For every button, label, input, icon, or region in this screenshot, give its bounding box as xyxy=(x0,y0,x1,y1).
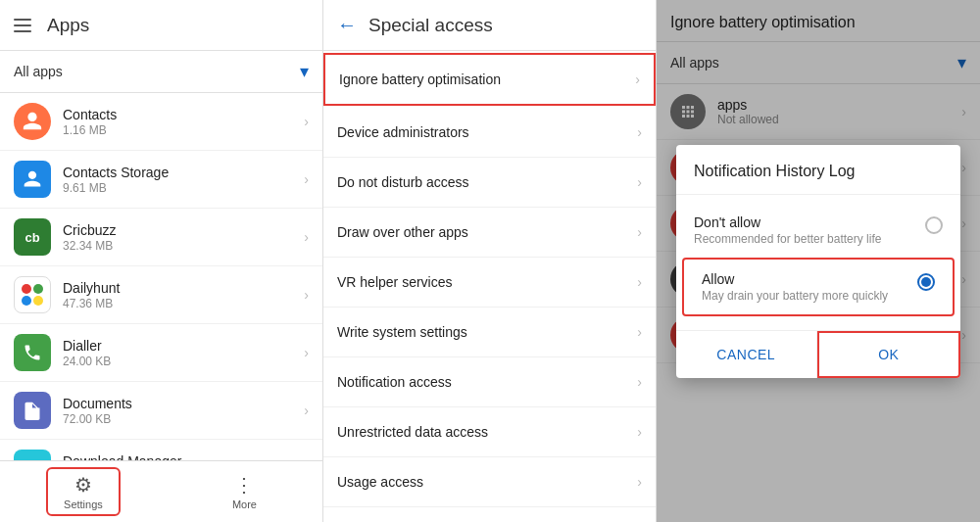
special-item-label: Unrestricted data access xyxy=(337,424,488,440)
app-arrow-icon: › xyxy=(304,229,309,245)
list-item[interactable]: Dailyhunt 47.36 MB › xyxy=(0,266,322,324)
special-item-arrow-icon: › xyxy=(637,124,642,140)
dialog-title: Notification History Log xyxy=(676,145,960,195)
svg-point-0 xyxy=(22,284,31,294)
special-item-notification[interactable]: Notification access › xyxy=(323,357,656,407)
notification-history-dialog: Notification History Log Don't allow Rec… xyxy=(676,145,960,378)
special-item-label: Write system settings xyxy=(337,324,467,340)
app-size: 9.61 MB xyxy=(63,181,304,195)
allow-radio[interactable] xyxy=(917,273,935,291)
special-item-label: Ignore battery optimisation xyxy=(339,71,501,87)
special-item-ignore-battery[interactable]: Ignore battery optimisation › xyxy=(323,53,656,106)
settings-bottom-button[interactable]: ⚙ Settings xyxy=(46,467,121,516)
special-item-arrow-icon: › xyxy=(635,71,640,87)
dont-allow-label: Don't allow xyxy=(694,214,917,230)
special-item-label: Device administrators xyxy=(337,124,469,140)
dropdown-label: All apps xyxy=(14,64,63,79)
app-icon xyxy=(14,450,51,460)
list-item[interactable]: Dialler 24.00 KB › xyxy=(0,324,322,382)
special-item-dnd[interactable]: Do not disturb access › xyxy=(323,158,656,208)
app-name: Contacts Storage xyxy=(63,165,304,180)
settings-icon: ⚙ xyxy=(74,473,92,497)
app-icon xyxy=(14,103,51,140)
allow-option[interactable]: Allow May drain your battery more quickl… xyxy=(682,258,955,316)
radio-inner xyxy=(921,277,931,287)
special-item-arrow-icon: › xyxy=(637,324,642,340)
apps-header: Apps xyxy=(0,0,322,51)
special-item-arrow-icon: › xyxy=(637,424,642,440)
special-item-draw-over[interactable]: Draw over other apps › xyxy=(323,208,656,258)
list-item[interactable]: Contacts 1.16 MB › xyxy=(0,93,322,151)
app-info: Contacts Storage 9.61 MB xyxy=(63,165,304,195)
more-label: More xyxy=(232,498,257,510)
dont-allow-radio[interactable] xyxy=(925,216,943,234)
app-size: 1.16 MB xyxy=(63,123,304,137)
app-info: Cricbuzz 32.34 MB xyxy=(63,222,304,253)
apps-panel: Apps All apps ▾ Contacts 1.16 MB › Conta… xyxy=(0,0,323,522)
allow-info: Allow May drain your battery more quickl… xyxy=(702,271,909,303)
more-bottom-button[interactable]: ⋮ More xyxy=(213,469,276,514)
app-info: Contacts 1.16 MB xyxy=(63,107,304,137)
app-list: Contacts 1.16 MB › Contacts Storage 9.61… xyxy=(0,93,322,460)
app-name: Documents xyxy=(63,396,304,411)
dont-allow-option[interactable]: Don't allow Recommended for better batte… xyxy=(676,203,960,258)
app-size: 24.00 KB xyxy=(63,355,304,368)
app-icon xyxy=(14,276,51,313)
special-item-arrow-icon: › xyxy=(637,374,642,390)
bottom-bar: ⚙ Settings ⋮ More xyxy=(0,460,322,522)
app-name: Dailyhunt xyxy=(63,280,304,296)
dialog-overlay: Notification History Log Don't allow Rec… xyxy=(657,0,980,522)
special-item-write-system[interactable]: Write system settings › xyxy=(323,308,656,357)
special-access-header: ← Special access xyxy=(323,0,656,51)
apps-title: Apps xyxy=(47,15,89,36)
special-item-unrestricted[interactable]: Unrestricted data access › xyxy=(323,407,656,457)
svg-point-3 xyxy=(33,296,43,306)
list-item[interactable]: cb Cricbuzz 32.34 MB › xyxy=(0,209,322,266)
dropdown-arrow-icon: ▾ xyxy=(300,61,309,82)
special-access-panel: ← Special access Ignore battery optimisa… xyxy=(323,0,657,522)
ok-button[interactable]: OK xyxy=(817,331,961,378)
app-arrow-icon: › xyxy=(304,114,309,129)
special-item-device-admin[interactable]: Device administrators › xyxy=(323,108,656,158)
battery-panel: Ignore battery optimisation All apps ▾ a… xyxy=(657,0,980,522)
back-arrow-icon[interactable]: ← xyxy=(337,14,357,36)
allow-label: Allow xyxy=(702,271,909,287)
app-icon xyxy=(14,392,51,429)
app-name: Contacts xyxy=(63,107,304,122)
special-item-label: Do not disturb access xyxy=(337,174,469,190)
list-item[interactable]: Documents 72.00 KB › xyxy=(0,382,322,440)
dont-allow-info: Don't allow Recommended for better batte… xyxy=(694,214,917,246)
svg-point-1 xyxy=(33,284,43,294)
app-arrow-icon: › xyxy=(304,403,309,418)
cancel-button[interactable]: CANCEL xyxy=(676,331,817,378)
special-item-label: Usage access xyxy=(337,474,423,490)
special-item-usage[interactable]: Usage access › xyxy=(323,457,656,507)
special-access-title: Special access xyxy=(368,15,493,36)
special-item-arrow-icon: › xyxy=(637,474,642,490)
app-icon xyxy=(14,161,51,198)
settings-label: Settings xyxy=(64,498,103,510)
special-item-arrow-icon: › xyxy=(637,224,642,240)
dialog-buttons: CANCEL OK xyxy=(676,330,960,378)
hamburger-icon[interactable] xyxy=(14,19,31,32)
special-item-label: Draw over other apps xyxy=(337,224,468,240)
special-item-vr[interactable]: VR helper services › xyxy=(323,258,656,308)
app-name: Download Manager xyxy=(63,453,304,461)
app-info: Download Manager 68.00 KB xyxy=(63,453,304,461)
svg-point-2 xyxy=(22,296,31,306)
allow-sub: May drain your battery more quickly xyxy=(702,289,909,303)
more-icon: ⋮ xyxy=(234,473,254,497)
special-access-list: Ignore battery optimisation › Device adm… xyxy=(323,51,656,522)
app-arrow-icon: › xyxy=(304,345,309,360)
list-item[interactable]: Download Manager 68.00 KB › xyxy=(0,440,322,460)
dont-allow-sub: Recommended for better battery life xyxy=(694,232,917,246)
list-item[interactable]: Contacts Storage 9.61 MB › xyxy=(0,151,322,209)
app-arrow-icon: › xyxy=(304,171,309,187)
special-item-arrow-icon: › xyxy=(637,274,642,290)
all-apps-dropdown[interactable]: All apps ▾ xyxy=(0,51,322,93)
special-item-label: Notification access xyxy=(337,374,452,390)
app-size: 72.00 KB xyxy=(63,412,304,426)
app-info: Dialler 24.00 KB xyxy=(63,338,304,368)
app-arrow-icon: › xyxy=(304,287,309,303)
dialog-options: Don't allow Recommended for better batte… xyxy=(676,195,960,330)
